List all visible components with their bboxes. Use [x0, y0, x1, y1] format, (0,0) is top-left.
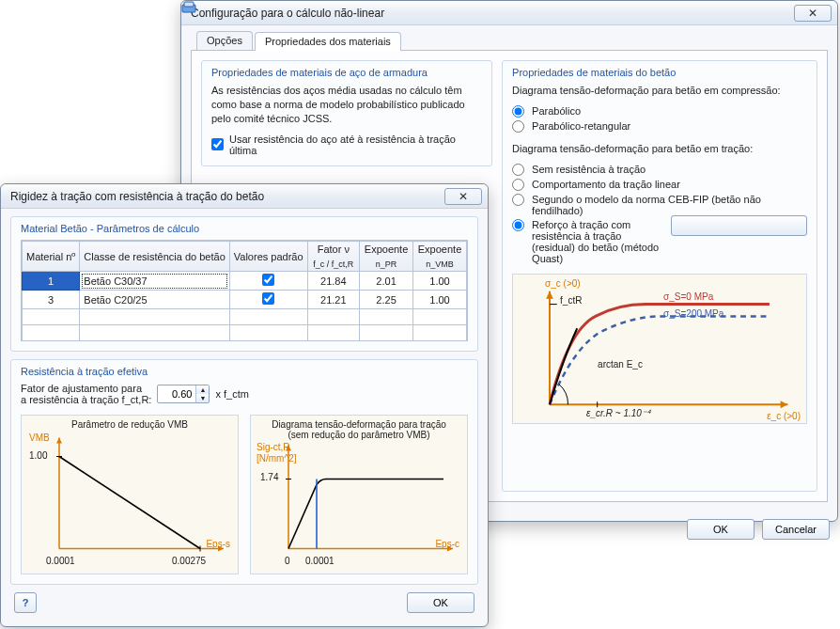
params-group: Material Betão - Parâmetros de cálculo M…: [10, 216, 478, 352]
vmb-ymax: 1.00: [29, 450, 47, 461]
lbl-arctan: arctan E_c: [598, 359, 643, 370]
spinner-down-icon[interactable]: ▼: [196, 394, 209, 402]
lbl-epsc: ε_c (>0): [767, 411, 801, 421]
compression-opt-parabolic-rect[interactable]: Parabólico-retangular: [512, 120, 807, 133]
sigctr-yl2: [N/mm^2]: [257, 453, 296, 464]
factor-input[interactable]: [158, 388, 195, 400]
sigctr-ymax: 1.74: [260, 472, 278, 482]
steel-ultimate-checkbox[interactable]: Usar resistência do aço até à resistênci…: [211, 134, 482, 156]
spinner-up-icon[interactable]: ▲: [196, 385, 209, 394]
row1-default-checkbox[interactable]: [262, 292, 274, 305]
lbl-fctR: f_ctR: [560, 295, 582, 306]
row0-default-checkbox[interactable]: [262, 274, 274, 286]
tension-heading: Diagrama tensão-deformação para betão em…: [512, 142, 807, 156]
tab-materials[interactable]: Propriedades dos materiais: [255, 32, 401, 51]
concrete-params-table[interactable]: Material nº Classe de resistência do bet…: [22, 241, 467, 341]
sigctr-xmin: 0.0001: [305, 556, 334, 566]
table-row[interactable]: [23, 325, 467, 341]
close-icon[interactable]: ✕: [794, 5, 832, 22]
open-details-icon[interactable]: [671, 215, 807, 236]
titlebar-sub[interactable]: Rigidez à tração com resistência à traçã…: [1, 184, 488, 209]
steel-ultimate-label: Usar resistência do aço até à resistênci…: [229, 134, 482, 156]
sigctr-yl1: Sig-ct,R: [257, 442, 290, 452]
svg-rect-1: [184, 2, 194, 7]
sub-ok-button[interactable]: OK: [407, 592, 474, 613]
tab-options[interactable]: Opções: [196, 31, 253, 50]
sigctr-xlabel: Eps-c: [435, 539, 459, 549]
sub-title: Rigidez à tração com resistência à traçã…: [10, 190, 444, 203]
steel-note: As resistências dos aços média usadas no…: [211, 84, 482, 126]
vmb-ylabel: VMB: [29, 432, 50, 443]
tension-opt-cebfip[interactable]: Segundo o modelo da norma CEB-FIP (betão…: [512, 194, 807, 216]
steel-ultimate-input[interactable]: [211, 138, 224, 150]
concrete-group: Propriedades de materiais do betão Diagr…: [502, 60, 817, 492]
factor-suffix: x f_ctm: [215, 388, 248, 400]
vmb-xmax: 0.00275: [172, 556, 206, 566]
lbl-sigma0: σ_S=0 MPa: [663, 291, 713, 302]
sub-dialog: Rigidez à tração com resistência à traçã…: [0, 183, 489, 627]
factor-spinner[interactable]: ▲ ▼: [157, 385, 210, 403]
params-group-title: Material Betão - Parâmetros de cálculo: [21, 223, 468, 234]
concrete-diagram: σ_c (>0) f_ctR σ_S=0 MPa σ_S=200 MPa arc…: [512, 274, 807, 424]
vmb-chart: Parâmetro de redução VMB VMB 1.00 Eps-s: [21, 415, 239, 574]
table-row[interactable]: 3 Betão C20/25 21.21 2.25 1.00: [23, 291, 467, 309]
compression-opt-parabolic[interactable]: Parabólico: [512, 105, 807, 118]
tab-strip: Opções Propriedades dos materiais: [191, 31, 828, 51]
vmb-xlabel: Eps-s: [206, 539, 230, 549]
main-title: Configuração para o cálculo não-linear: [191, 7, 794, 20]
svg-marker-11: [56, 438, 62, 444]
steel-group: Propriedades de materiais de aço de arma…: [201, 60, 492, 166]
titlebar-main[interactable]: Configuração para o cálculo não-linear ✕: [181, 1, 837, 25]
sigctr-chart: Diagrama tensão-deformação para tração (…: [250, 415, 468, 574]
effective-group: Resistência à tração efetiva Fator de aj…: [10, 359, 478, 585]
concrete-group-title: Propriedades de materiais do betão: [512, 67, 807, 78]
table-row[interactable]: [23, 309, 467, 325]
vmb-xmin: 0.0001: [46, 556, 75, 566]
lbl-epscrR: ε_cr.R ~ 1.10⁻⁴: [586, 408, 650, 418]
tension-opt-linear[interactable]: Comportamento da tração linear: [512, 179, 807, 191]
effective-group-title: Resistência à tração efetiva: [21, 366, 468, 377]
svg-marker-5: [546, 291, 553, 298]
sigctr-x0: 0: [285, 556, 290, 566]
lbl-sigma200: σ_S=200 MPa: [663, 308, 723, 319]
steel-group-title: Propriedades de materiais de aço de arma…: [211, 67, 482, 78]
cancel-button[interactable]: Cancelar: [762, 519, 830, 540]
help-icon[interactable]: ?: [14, 592, 37, 613]
ok-button[interactable]: OK: [687, 519, 754, 540]
adjustment-factor-row: Fator de ajustamento para a resistência …: [21, 383, 468, 405]
svg-line-12: [59, 457, 200, 549]
svg-marker-3: [781, 401, 788, 408]
tension-opt-quast[interactable]: Reforço à tração com resistência à traçã…: [512, 219, 807, 264]
tension-opt-none[interactable]: Sem resistência à tração: [512, 164, 807, 176]
close-icon[interactable]: ✕: [444, 188, 482, 205]
table-row[interactable]: 1 Betão C30/37 21.84 2.01 1.00: [23, 272, 467, 291]
lbl-sigma-c: σ_c (>0): [545, 278, 581, 289]
compression-heading: Diagrama tensão-deformação para betão em…: [512, 84, 807, 98]
